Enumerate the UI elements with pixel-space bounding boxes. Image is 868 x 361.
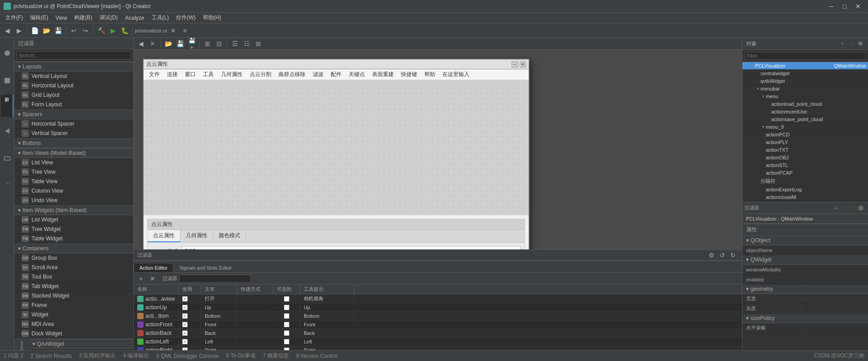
inner-menu-config[interactable]: 配件 <box>327 70 345 79</box>
widget-item-dock-widget[interactable]: DW Dock Widget <box>14 329 133 338</box>
oi-bottom-remove[interactable]: − <box>843 203 854 213</box>
prop-section-geometry[interactable]: ▾ geometry <box>742 284 868 294</box>
inner-menu-help[interactable]: 帮助 <box>421 70 439 79</box>
menu-file[interactable]: 文件(F) <box>2 13 27 23</box>
inner-menu-surface[interactable]: 表面重建 <box>369 70 397 79</box>
ae-checkable-1[interactable] <box>284 305 289 310</box>
status-item-2[interactable]: 3 应用程序输出 <box>79 352 116 360</box>
mode-debug[interactable] <box>1 117 13 144</box>
oi-row-qvtkwidget[interactable]: qvtkWidget <box>742 77 868 85</box>
form-window-min[interactable]: ─ <box>512 61 518 68</box>
inner-toolbar-layout3[interactable]: ⊞ <box>253 38 264 49</box>
oi-filter-input[interactable] <box>744 52 866 60</box>
mode-edit[interactable] <box>1 67 13 94</box>
prop-value-objectname[interactable] <box>801 249 868 251</box>
ae-checkable-0[interactable] <box>284 296 289 302</box>
inner-menu-remove[interactable]: 曲群点移除 <box>275 70 309 79</box>
tab-pcp-geometry[interactable]: 几何属性 <box>180 230 213 242</box>
inner-toolbar-layout1[interactable]: ☰ <box>229 38 240 49</box>
status-item-1[interactable]: 2 Search Results <box>31 353 72 359</box>
widget-item-mdi-area[interactable]: MA MDI Area <box>14 320 133 329</box>
ae-checkbox-6[interactable] <box>182 347 188 350</box>
inner-menu-shortcuts[interactable]: 快捷键 <box>397 70 421 79</box>
oi-bottom-add[interactable]: + <box>830 203 841 213</box>
oi-row-actionpcd[interactable]: actionPCD <box>742 131 868 139</box>
menu-tools[interactable]: 工具(L) <box>148 13 173 23</box>
widget-item-form-layout[interactable]: FL Form Layout <box>14 100 133 109</box>
inner-menu-filter[interactable]: 滤波 <box>309 70 327 79</box>
inner-toolbar-prev[interactable]: ◀ <box>135 38 146 49</box>
inner-menu-connect[interactable]: 连接 <box>163 70 181 79</box>
menu-help[interactable]: 帮助(H) <box>199 13 225 23</box>
form-icon-btn3[interactable]: ↻ <box>728 250 738 261</box>
status-item-4[interactable]: 5 QML Debugger Console <box>156 353 219 359</box>
widget-item-table-widget[interactable]: TW Table Widget <box>14 234 133 244</box>
oi-row-menubar[interactable]: ▾ menubar <box>742 85 868 93</box>
ae-row-1[interactable]: actionUp Up Up <box>134 303 742 312</box>
toolbar-build-button[interactable]: 🔨 <box>96 25 107 36</box>
ae-checkable-6[interactable] <box>284 347 289 350</box>
toolbar-new-button[interactable]: 📄 <box>29 25 40 36</box>
inner-toolbar-close[interactable]: ✕ <box>147 38 158 49</box>
tab-pcp-point-cloud[interactable]: 点云属性 <box>148 230 180 242</box>
category-item-views[interactable]: ▾ Item Views (Model-Based) <box>14 148 133 158</box>
status-item-5[interactable]: 6 To-Do事项 <box>226 352 256 360</box>
widget-item-column-view[interactable]: CV Column View <box>14 186 133 196</box>
toolbar-back-button[interactable]: ◀ <box>2 25 13 36</box>
ae-filter-input[interactable] <box>179 275 251 283</box>
toolbar-save-button[interactable]: 💾 <box>53 25 63 36</box>
ae-checkbox-2[interactable] <box>182 313 188 319</box>
category-spacers[interactable]: ▾ Spacers <box>14 109 133 119</box>
toolbar-settings-button[interactable]: ≡ <box>180 25 190 36</box>
toolbar-debug-button[interactable]: 🐛 <box>119 25 130 36</box>
widget-item-tree-view[interactable]: TV Tree View <box>14 167 133 177</box>
mode-help[interactable]: ? <box>1 172 13 199</box>
ae-checkable-4[interactable] <box>284 330 289 336</box>
toolbar-open-file-button[interactable]: 📂 <box>41 25 52 36</box>
inner-toolbar-saveas[interactable]: 💾+ <box>186 38 197 49</box>
toolbar-undo-button[interactable]: ↩ <box>68 25 79 36</box>
oi-arrow-4[interactable]: ▾ <box>760 94 766 99</box>
widget-item-grid-layout[interactable]: GL Grid Layout <box>14 90 133 100</box>
widget-item-v-spacer[interactable]: ↕ Vertical Spacer <box>14 129 133 138</box>
oi-row-centralwidget[interactable]: centralwidget <box>742 70 868 77</box>
tab-pcp-color[interactable]: 颜色模式 <box>213 230 246 242</box>
ae-row-0[interactable]: actio...aview 打开 相机视角 <box>134 294 742 303</box>
widget-item-table-view[interactable]: TV Table View <box>14 177 133 186</box>
inner-toolbar-save[interactable]: 💾 <box>175 38 185 49</box>
widget-item-vertical-layout[interactable]: VL Vertical Layout <box>14 72 133 81</box>
status-item-0[interactable]: 1 问题 2 <box>4 352 23 360</box>
oi-row-separator[interactable]: 分隔符 <box>742 177 868 186</box>
inner-menu-window[interactable]: 窗口 <box>181 70 199 79</box>
oi-row-actionobj[interactable]: actionOBJ <box>742 154 868 162</box>
ae-row-3[interactable]: actionFront Front Front <box>134 320 742 329</box>
ae-checkable-3[interactable] <box>284 322 289 327</box>
ae-checkbox-1[interactable] <box>182 305 188 310</box>
widget-item-list-widget[interactable]: LW List Widget <box>14 215 133 225</box>
ae-checkbox-5[interactable] <box>182 339 188 344</box>
oi-arrow-8[interactable]: ▾ <box>760 124 766 130</box>
oi-row-pclvisualizer[interactable]: ▾ PCLVisualizer QMainWindow <box>742 62 868 70</box>
oi-row-menu[interactable]: ▾ menu <box>742 93 868 100</box>
oi-row-menu9[interactable]: ▾ menu_9 <box>742 123 868 131</box>
oi-remove-btn[interactable]: − <box>847 40 855 48</box>
oi-row-actionply[interactable]: actionPLY <box>742 139 868 146</box>
prop-value-horizpolicy[interactable] <box>801 327 868 329</box>
inner-menu-file[interactable]: 文件 <box>145 70 163 79</box>
widget-item-stacked-widget[interactable]: SW Stacked Widget <box>14 291 133 301</box>
oi-row-actiontxt[interactable]: actionTXT <box>742 146 868 154</box>
toolbar-run-button[interactable]: ▶ <box>108 25 118 36</box>
ae-checkable-2[interactable] <box>284 313 289 319</box>
oi-bottom-config[interactable]: ⚙ <box>855 203 866 213</box>
widget-item-tool-box[interactable]: TB Tool Box <box>14 272 133 282</box>
widget-item-horizontal-layout[interactable]: HL Horizontal Layout <box>14 81 133 90</box>
ae-row-6[interactable]: actionRight Right Right <box>134 346 742 350</box>
inner-toolbar-layout2[interactable]: ☷ <box>241 38 252 49</box>
widget-item-scroll-area[interactable]: SA Scroll Area <box>14 263 133 272</box>
oi-row-actionpcap[interactable]: actionPCAP <box>742 169 868 177</box>
ae-checkbox-3[interactable] <box>182 322 188 327</box>
status-item-3[interactable]: 4 编译输出 <box>123 352 149 360</box>
menu-edit[interactable]: 编辑(E) <box>27 13 52 23</box>
inner-menu-keypoints[interactable]: 关键点 <box>345 70 369 79</box>
menu-analyze[interactable]: Analyze <box>121 14 148 22</box>
